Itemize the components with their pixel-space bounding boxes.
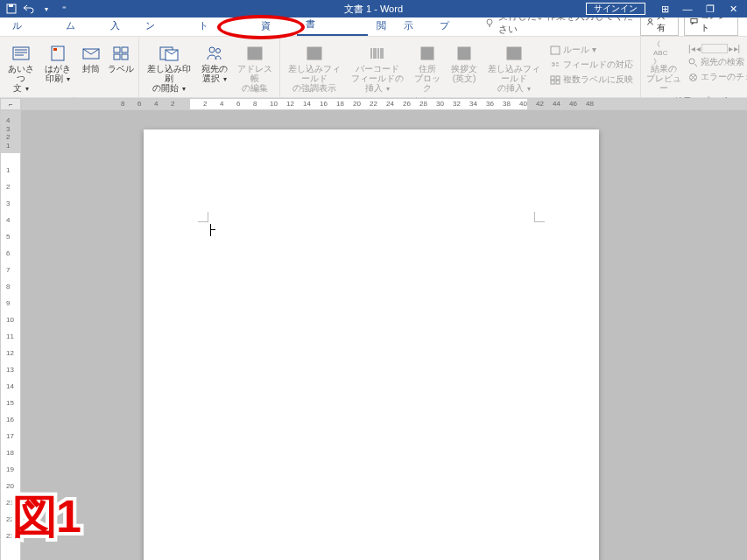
svg-rect-9 bbox=[114, 47, 120, 52]
svg-rect-23 bbox=[551, 46, 560, 54]
svg-rect-1 bbox=[9, 4, 13, 7]
check-errors-button: エラーのチェック bbox=[685, 70, 747, 84]
preview-icon: 《 ABC 》 bbox=[653, 44, 674, 63]
greeting-line-en-button: 挨拶文(英文) bbox=[447, 40, 482, 85]
svg-rect-5 bbox=[13, 47, 29, 60]
edit-recipients-icon bbox=[244, 44, 265, 63]
text-cursor bbox=[210, 224, 211, 236]
update-labels-icon bbox=[550, 75, 560, 85]
figure-label: 図1 bbox=[12, 486, 80, 548]
check-errors-icon bbox=[688, 73, 698, 82]
labels-button[interactable]: ラベル bbox=[107, 40, 135, 75]
svg-rect-7 bbox=[53, 48, 57, 51]
hagaki-icon bbox=[47, 44, 68, 63]
greeting-icon bbox=[11, 44, 32, 63]
svg-rect-10 bbox=[122, 47, 128, 52]
horizontal-ruler[interactable]: 8642246810121416182022242628303234363840… bbox=[21, 98, 747, 110]
envelope-icon bbox=[81, 44, 102, 63]
svg-rect-19 bbox=[309, 52, 316, 55]
hagaki-print-button[interactable]: はがき印刷 ▾ bbox=[40, 40, 75, 86]
highlight-merge-fields-button: 差し込みフィールドの強調表示 bbox=[284, 40, 345, 94]
address-block-icon bbox=[417, 44, 438, 63]
close-icon[interactable]: ✕ bbox=[722, 0, 743, 18]
select-recipients-button[interactable]: 宛先の選択 ▾ bbox=[197, 40, 232, 86]
svg-point-28 bbox=[689, 59, 694, 64]
greeting-line-button[interactable]: あいさつ文 ▾ bbox=[4, 40, 39, 95]
find-recipient-button: 宛先の検索 bbox=[685, 55, 747, 69]
barcode-icon bbox=[367, 44, 388, 63]
minimize-icon[interactable]: ― bbox=[677, 0, 698, 18]
margin-corner-top-left bbox=[198, 212, 208, 222]
label-icon bbox=[110, 44, 131, 63]
svg-rect-25 bbox=[556, 76, 560, 80]
share-icon bbox=[646, 18, 654, 26]
rules-button: ルール ▾ bbox=[546, 43, 637, 57]
undo-icon[interactable] bbox=[23, 3, 35, 15]
svg-rect-17 bbox=[248, 47, 262, 60]
insert-field-icon bbox=[504, 44, 525, 63]
svg-rect-4 bbox=[691, 18, 697, 22]
find-icon bbox=[688, 58, 698, 67]
tab-bar: ファイル ホーム 挿入 デザイン レイアウト 参考資 差し込み文書 閲 表示 ヘ… bbox=[0, 18, 747, 37]
match-fields-button: フィールドの対応 bbox=[546, 58, 637, 72]
comment-icon bbox=[690, 18, 698, 26]
quick-access-toolbar: ▾ ⁼ bbox=[0, 3, 70, 15]
document-canvas[interactable] bbox=[21, 110, 747, 560]
title-bar: ▾ ⁼ 文書 1 - Word サインイン ⊞ ― ❐ ✕ bbox=[0, 0, 747, 18]
group-start-mail-merge: 差し込み印刷の開始 ▾ 宛先の選択 ▾ アドレス帳の編集 差し込み印刷の開始 bbox=[139, 37, 280, 97]
svg-rect-11 bbox=[114, 54, 120, 60]
greeting-line-icon bbox=[454, 44, 475, 63]
save-icon[interactable] bbox=[5, 3, 18, 15]
content-area: 4321123456789101112131415161718192021222… bbox=[0, 110, 747, 560]
svg-point-16 bbox=[216, 49, 221, 53]
ruler-corner[interactable]: ⌐ bbox=[0, 98, 21, 110]
window-controls: サインイン ⊞ ― ❐ ✕ bbox=[586, 0, 747, 18]
start-mail-merge-button[interactable]: 差し込み印刷の開始 ▾ bbox=[143, 40, 195, 95]
ribbon-display-icon[interactable]: ⊞ bbox=[654, 0, 675, 18]
envelope-button[interactable]: 封筒 bbox=[77, 40, 105, 75]
ribbon: あいさつ文 ▾ はがき印刷 ▾ 封筒 ラベル 作成 差し込み印刷の開始 ▾ bbox=[0, 37, 747, 98]
start-mail-merge-icon bbox=[159, 44, 180, 63]
group-preview-results: 《 ABC 》 結果のプレビュー |◂◂▸▸| 宛先の検索 エラーのチェック bbox=[641, 37, 747, 97]
address-block-button: 住所ブロック bbox=[410, 40, 445, 94]
update-labels-button: 複数ラベルに反映 bbox=[546, 73, 637, 87]
qat-caret-icon[interactable]: ▾ bbox=[40, 3, 53, 15]
svg-rect-26 bbox=[551, 80, 554, 84]
rules-icon bbox=[550, 46, 560, 55]
highlight-fields-icon bbox=[304, 44, 325, 63]
horizontal-ruler-row: ⌐ 86422468101214161820222426283032343638… bbox=[0, 98, 747, 110]
select-recipients-icon bbox=[204, 44, 225, 63]
group-write-insert-fields: 差し込みフィールドの強調表示 バーコードフィールドの挿入 ▾ 住所ブロック 挨拶… bbox=[280, 37, 641, 97]
svg-rect-27 bbox=[556, 80, 560, 84]
svg-point-2 bbox=[487, 19, 492, 24]
qat-customize-icon[interactable]: ⁼ bbox=[58, 3, 70, 15]
match-fields-icon bbox=[550, 60, 560, 70]
svg-rect-12 bbox=[122, 54, 128, 60]
edit-recipients-button: アドレス帳の編集 bbox=[234, 40, 276, 94]
preview-results-button: 《 ABC 》 結果のプレビュー bbox=[645, 40, 683, 94]
barcode-field-button: バーコードフィールドの挿入 ▾ bbox=[347, 40, 408, 95]
signin-button[interactable]: サインイン bbox=[586, 3, 645, 15]
margin-corner-top-right bbox=[534, 212, 545, 222]
nav-record: |◂◂▸▸| bbox=[685, 43, 747, 54]
svg-point-3 bbox=[649, 18, 652, 22]
insert-merge-field-button: 差し込みフィールドの挿入 ▾ bbox=[483, 40, 545, 95]
page[interactable] bbox=[144, 130, 599, 560]
svg-rect-24 bbox=[551, 76, 554, 80]
group-create: あいさつ文 ▾ はがき印刷 ▾ 封筒 ラベル 作成 bbox=[0, 37, 139, 97]
lightbulb-icon bbox=[484, 18, 495, 28]
svg-rect-20 bbox=[421, 47, 433, 60]
tab-review[interactable]: 閲 bbox=[368, 17, 395, 36]
restore-icon[interactable]: ❐ bbox=[700, 0, 721, 18]
svg-point-15 bbox=[209, 47, 215, 52]
